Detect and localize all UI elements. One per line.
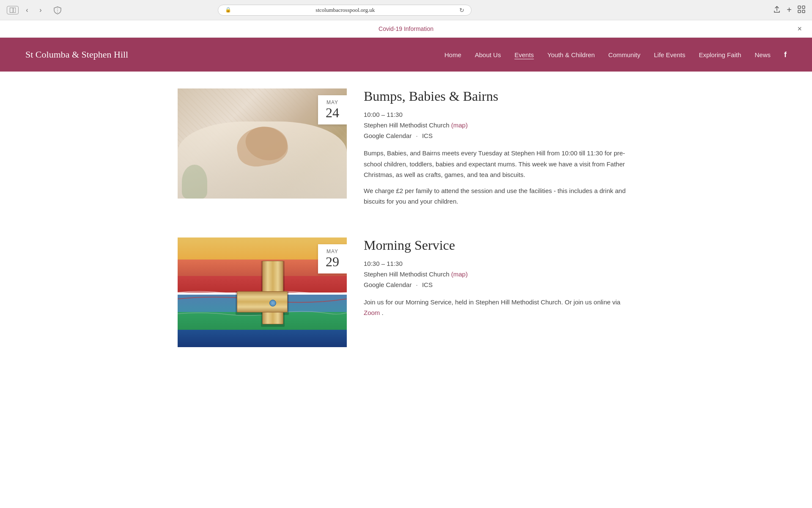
site-header: St Columba & Stephen Hill Home About Us … [0, 38, 812, 72]
back-button[interactable]: ‹ [22, 5, 32, 15]
event-description-2: Join us for our Morning Service, held in… [364, 297, 634, 318]
event-location-text-2: Stephen Hill Methodist Church [364, 271, 450, 278]
event-google-cal-2[interactable]: Google Calendar [364, 281, 411, 288]
event-desc-p1-2: Join us for our Morning Service, held in… [364, 297, 634, 318]
grid-button[interactable] [798, 6, 805, 15]
main-nav: Home About Us Events Youth & Children Co… [444, 50, 787, 59]
nav-youth-children[interactable]: Youth & Children [547, 51, 595, 58]
facebook-link[interactable]: f [784, 50, 787, 59]
event-desc-period-2: . [382, 309, 384, 316]
browser-chrome: ‹ › 🔒 stcolumbacrosspool.org.uk ↻ + [0, 0, 812, 20]
event-title-2: Morning Service [364, 237, 634, 253]
browser-controls: ‹ › [7, 5, 46, 15]
svg-rect-0 [10, 8, 16, 13]
event-image-1: MAY 24 [178, 88, 347, 199]
event-location-map-link-2[interactable]: (map) [451, 271, 468, 278]
event-cal-links-1: Google Calendar · ICS [364, 132, 634, 139]
event-desc-p2-1: We charge £2 per family to attend the se… [364, 185, 634, 207]
event-title-1: Bumps, Babies & Bairns [364, 88, 634, 104]
event-date-month-2: MAY [326, 248, 339, 254]
event-desc-p1-1: Bumps, Babies, and Bairns meets every Tu… [364, 148, 634, 180]
event-date-badge-1: MAY 24 [318, 95, 347, 124]
nav-news[interactable]: News [754, 51, 771, 58]
event-card-2: MAY 29 Morning Service 10:30 – 11:30 Ste… [178, 237, 634, 348]
nav-community[interactable]: Community [608, 51, 640, 58]
event-description-1: Bumps, Babies, and Bairns meets every Tu… [364, 148, 634, 207]
cal-separator-2: · [416, 281, 418, 288]
nav-about-us[interactable]: About Us [475, 51, 501, 58]
event-time-2: 10:30 – 11:30 [364, 260, 634, 267]
nav-events[interactable]: Events [514, 51, 534, 58]
event-ics-1[interactable]: ICS [422, 132, 433, 139]
lock-icon: 🔒 [225, 7, 231, 13]
svg-rect-4 [798, 10, 801, 13]
nav-exploring-faith[interactable]: Exploring Faith [699, 51, 741, 58]
event-card-1: MAY 24 Bumps, Babies & Bairns 10:00 – 11… [178, 88, 634, 212]
share-button[interactable] [773, 6, 781, 15]
forward-button[interactable]: › [36, 5, 46, 15]
covid-text[interactable]: Covid-19 Information [379, 25, 433, 32]
event-details-2: Morning Service 10:30 – 11:30 Stephen Hi… [364, 237, 634, 323]
event-location-text-1: Stephen Hill Methodist Church [364, 121, 450, 129]
main-content: MAY 24 Bumps, Babies & Bairns 10:00 – 11… [152, 72, 660, 390]
event-location-map-link-1[interactable]: (map) [451, 121, 468, 129]
address-bar[interactable]: 🔒 stcolumbacrosspool.org.uk ↻ [218, 5, 472, 16]
svg-rect-5 [802, 10, 805, 13]
reload-button[interactable]: ↻ [459, 7, 464, 14]
event-time-1: 10:00 – 11:30 [364, 111, 634, 118]
event-date-day-1: 24 [326, 105, 339, 120]
event-date-badge-2: MAY 29 [318, 244, 347, 273]
nav-life-events[interactable]: Life Events [654, 51, 685, 58]
event-ics-2[interactable]: ICS [422, 281, 433, 288]
event-desc-text-2: Join us for our Morning Service, held in… [364, 298, 620, 306]
browser-actions: + [773, 5, 805, 15]
event-cal-links-2: Google Calendar · ICS [364, 281, 634, 288]
site-logo[interactable]: St Columba & Stephen Hill [25, 49, 128, 60]
event-date-day-2: 29 [326, 254, 339, 269]
event-location-2: Stephen Hill Methodist Church (map) [364, 271, 634, 278]
nav-home[interactable]: Home [444, 51, 461, 58]
event-location-1: Stephen Hill Methodist Church (map) [364, 121, 634, 129]
event-image-2: MAY 29 [178, 237, 347, 348]
event-date-month-1: MAY [326, 99, 339, 105]
shield-icon [51, 6, 64, 14]
covid-banner: Covid-19 Information × [0, 20, 812, 38]
svg-rect-2 [798, 6, 801, 8]
event-details-1: Bumps, Babies & Bairns 10:00 – 11:30 Ste… [364, 88, 634, 212]
new-tab-button[interactable]: + [787, 5, 792, 15]
event-google-cal-1[interactable]: Google Calendar [364, 132, 411, 139]
covid-close-button[interactable]: × [797, 25, 802, 33]
url-text: stcolumbacrosspool.org.uk [235, 7, 456, 14]
cal-separator-1: · [416, 132, 418, 139]
svg-rect-3 [802, 6, 805, 8]
svg-rect-1 [10, 8, 13, 13]
zoom-link[interactable]: Zoom [364, 309, 380, 316]
tab-icon [7, 6, 19, 14]
